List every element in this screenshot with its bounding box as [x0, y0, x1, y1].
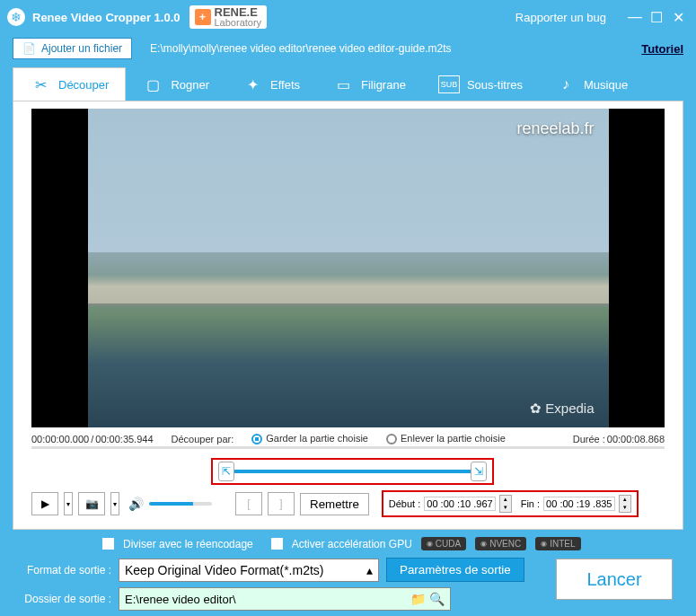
minimize-button[interactable]: — — [624, 9, 646, 25]
start-time-input[interactable]: 00 :00 :10 .967 — [424, 497, 495, 511]
gpu-checkbox[interactable] — [271, 538, 283, 550]
expedia-badge: ✿ Expedia — [530, 400, 594, 417]
time-range-box: Début : 00 :00 :10 .967 ▴▾ Fin : 00 :00 … — [382, 490, 639, 517]
duration-label: Durée : — [573, 434, 605, 444]
subtitles-icon: SUB — [438, 75, 460, 93]
scissors-icon: ✂ — [30, 75, 51, 93]
mark-out-button[interactable]: ] — [268, 492, 295, 515]
format-select[interactable]: Keep Original Video Format(*.m2ts)▴ — [119, 559, 379, 582]
play-options[interactable]: ▾ — [64, 492, 73, 515]
app-icon: ❄ — [7, 8, 25, 26]
tab-music[interactable]: ♪Musique — [539, 68, 644, 101]
play-button[interactable]: ▶ — [31, 492, 58, 515]
snapshot-options[interactable]: ▾ — [110, 492, 119, 515]
tutorial-link[interactable]: Tutoriel — [641, 42, 683, 56]
nvenc-badge: NVENC — [475, 537, 526, 550]
reset-button[interactable]: Remettre — [300, 493, 369, 515]
folder-icon[interactable]: 📁 — [410, 592, 426, 606]
end-time-input[interactable]: 00 :00 :19 .835 — [543, 497, 614, 511]
folder-label: Dossier de sortie : — [13, 593, 111, 605]
volume-slider[interactable] — [149, 502, 212, 506]
trim-handle-start[interactable]: ⇱ — [218, 462, 234, 481]
cuda-badge: CUDA — [421, 537, 466, 550]
tab-watermark[interactable]: ▭Filigrane — [316, 68, 422, 101]
timeline-track[interactable] — [31, 446, 665, 449]
mark-in-button[interactable]: [ — [235, 492, 262, 515]
radio-remove[interactable]: Enlever la partie choisie — [386, 433, 506, 444]
trim-slider[interactable]: ⇱ ⇲ — [211, 458, 494, 485]
volume-icon[interactable]: 🔊 — [128, 497, 144, 511]
watermark-icon: ▭ — [332, 75, 354, 93]
intel-badge: INTEL — [535, 537, 580, 550]
music-icon: ♪ — [555, 75, 577, 93]
tab-subtitles[interactable]: SUBSous-titres — [422, 68, 539, 101]
crop-icon: ▢ — [142, 75, 163, 93]
radio-keep[interactable]: Garder la partie choisie — [251, 433, 368, 444]
duration-value: 00:00:08.868 — [607, 434, 665, 444]
search-icon[interactable]: 🔍 — [429, 592, 445, 606]
reencode-checkbox[interactable] — [102, 538, 114, 550]
report-bug-link[interactable]: Rapporter un bug — [515, 11, 606, 24]
tab-cut[interactable]: ✂Découper — [13, 67, 126, 101]
end-spinner[interactable]: ▴▾ — [619, 495, 631, 513]
time-start: 00:00:00.000 — [31, 434, 89, 444]
time-end: 00:00:35.944 — [95, 434, 153, 444]
cut-by-label: Découper par: — [172, 434, 234, 444]
current-file-path: E:\molly\molly\renee video editor\renee … — [150, 42, 452, 55]
wand-icon: ✦ — [242, 75, 263, 93]
tab-crop[interactable]: ▢Rogner — [126, 68, 225, 101]
video-watermark: reneelab.fr — [516, 119, 594, 138]
format-label: Format de sortie : — [13, 564, 111, 576]
brand-logo: + RENE.ELaboratory — [189, 5, 268, 29]
tab-effects[interactable]: ✦Effets — [225, 68, 316, 101]
launch-button[interactable]: Lancer — [556, 559, 673, 600]
trim-handle-end[interactable]: ⇲ — [471, 462, 487, 481]
close-button[interactable]: ✕ — [667, 9, 689, 26]
add-file-button[interactable]: Ajouter un fichier — [13, 38, 132, 59]
video-preview: reneelab.fr ✿ Expedia — [31, 109, 665, 427]
chevron-up-icon: ▴ — [366, 563, 373, 577]
maximize-button[interactable]: ☐ — [646, 9, 667, 26]
app-title: Renee Video Cropper 1.0.0 — [32, 11, 181, 24]
output-params-button[interactable]: Paramètres de sortie — [386, 558, 524, 582]
output-folder-input[interactable]: E:\renee video editor\ 📁 🔍 — [119, 587, 451, 611]
snapshot-button[interactable]: 📷 — [78, 492, 105, 515]
start-spinner[interactable]: ▴▾ — [499, 495, 512, 513]
